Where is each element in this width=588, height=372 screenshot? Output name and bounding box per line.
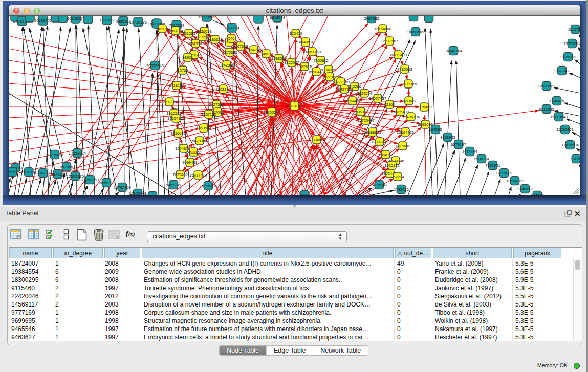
svg-text:1615132: 1615132 <box>384 163 400 168</box>
svg-text:7955812: 7955812 <box>313 58 329 63</box>
svg-text:10719185: 10719185 <box>129 20 147 25</box>
svg-text:15751074: 15751074 <box>563 41 580 46</box>
svg-text:14136141: 14136141 <box>371 183 388 187</box>
svg-text:2935114: 2935114 <box>474 157 489 161</box>
svg-text:12213967: 12213967 <box>381 39 398 43</box>
svg-text:2087682: 2087682 <box>364 16 379 21</box>
svg-text:1493822: 1493822 <box>186 150 201 155</box>
svg-text:164095: 164095 <box>429 127 442 132</box>
svg-text:19654955: 19654955 <box>167 116 185 121</box>
svg-text:9227342: 9227342 <box>554 69 570 73</box>
svg-text:16053809: 16053809 <box>407 30 424 34</box>
svg-text:20206536: 20206536 <box>46 152 63 157</box>
svg-text:9474444: 9474444 <box>462 149 477 154</box>
svg-text:7357274: 7357274 <box>224 26 239 30</box>
svg-text:62160: 62160 <box>384 102 395 107</box>
svg-text:8427552: 8427552 <box>209 102 224 107</box>
svg-text:9115460: 9115460 <box>417 105 432 110</box>
svg-text:116753: 116753 <box>570 157 580 161</box>
svg-text:16640910: 16640910 <box>297 40 314 45</box>
svg-text:98901: 98901 <box>182 55 193 60</box>
svg-text:9146821: 9146821 <box>258 52 274 56</box>
svg-text:2086372: 2086372 <box>353 110 368 114</box>
svg-text:1916687: 1916687 <box>170 131 186 136</box>
svg-text:125419: 125419 <box>289 31 302 36</box>
svg-text:9466102: 9466102 <box>116 19 131 24</box>
svg-text:9457791: 9457791 <box>166 183 181 187</box>
svg-text:114519: 114519 <box>52 172 64 177</box>
svg-text:5678334: 5678334 <box>192 139 207 143</box>
svg-text:16033809: 16033809 <box>198 16 215 19</box>
svg-text:12923448: 12923448 <box>129 191 146 195</box>
svg-text:1353594: 1353594 <box>196 126 211 130</box>
svg-text:10755: 10755 <box>177 68 188 73</box>
svg-text:20053346: 20053346 <box>146 63 164 68</box>
svg-text:1244415: 1244415 <box>549 99 564 103</box>
svg-text:2803144: 2803144 <box>215 87 231 92</box>
svg-text:2718170: 2718170 <box>169 83 184 88</box>
svg-text:1733426: 1733426 <box>394 187 409 192</box>
svg-text:7485063: 7485063 <box>397 67 412 72</box>
svg-text:19384554: 19384554 <box>308 138 325 142</box>
svg-text:1527602: 1527602 <box>99 18 115 23</box>
svg-text:8186323: 8186323 <box>207 37 223 42</box>
svg-text:7625402: 7625402 <box>172 172 188 177</box>
svg-text:20691406: 20691406 <box>34 18 52 23</box>
svg-text:17353924: 17353924 <box>69 151 86 156</box>
svg-text:7075692: 7075692 <box>395 144 410 148</box>
svg-text:18724007: 18724007 <box>286 104 303 108</box>
svg-text:15914479: 15914479 <box>189 173 207 178</box>
svg-text:10782759: 10782759 <box>114 185 131 190</box>
svg-text:8938923: 8938923 <box>440 135 455 140</box>
svg-text:10688609: 10688609 <box>364 130 381 135</box>
svg-text:17957253: 17957253 <box>81 178 99 182</box>
svg-text:15692921: 15692921 <box>556 127 574 132</box>
svg-text:19975857: 19975857 <box>58 165 75 169</box>
svg-text:9463627: 9463627 <box>401 99 417 103</box>
svg-text:16154808: 16154808 <box>374 27 391 31</box>
svg-text:39152: 39152 <box>9 170 18 174</box>
svg-text:16648784: 16648784 <box>445 49 462 53</box>
svg-text:19777169: 19777169 <box>332 80 350 84</box>
svg-text:252214: 252214 <box>391 174 404 179</box>
svg-text:9699695: 9699695 <box>418 122 433 127</box>
svg-text:12093822: 12093822 <box>538 84 555 89</box>
svg-text:3875685: 3875685 <box>222 50 237 55</box>
svg-text:12975115: 12975115 <box>400 82 417 86</box>
svg-text:9245652: 9245652 <box>517 187 533 191</box>
svg-text:10653267: 10653267 <box>67 16 84 21</box>
svg-text:18807249: 18807249 <box>371 140 388 144</box>
svg-text:13654923: 13654923 <box>397 130 414 135</box>
svg-text:1292344: 1292344 <box>297 193 312 195</box>
svg-text:9329966: 9329966 <box>560 55 576 59</box>
svg-text:3984067: 3984067 <box>378 152 393 157</box>
svg-text:13495794: 13495794 <box>402 115 420 119</box>
svg-text:10654122: 10654122 <box>506 179 524 183</box>
svg-text:3624554: 3624554 <box>357 91 372 96</box>
svg-text:16497508: 16497508 <box>336 87 353 92</box>
svg-text:16210643: 16210643 <box>550 115 568 119</box>
svg-text:8471626: 8471626 <box>496 171 512 176</box>
svg-text:10958117: 10958117 <box>98 181 115 185</box>
svg-text:15716485: 15716485 <box>200 184 217 188</box>
svg-text:10607487: 10607487 <box>369 96 386 101</box>
svg-text:15720407: 15720407 <box>357 118 375 123</box>
svg-text:3267130: 3267130 <box>201 112 216 117</box>
svg-text:20364456: 20364456 <box>344 99 361 103</box>
svg-text:924565: 924565 <box>531 193 543 195</box>
svg-text:7632621: 7632621 <box>485 163 500 168</box>
svg-text:9099481: 9099481 <box>182 160 198 165</box>
svg-text:8215955: 8215955 <box>539 107 554 112</box>
svg-text:891295: 891295 <box>182 31 195 36</box>
svg-text:1112757: 1112757 <box>568 27 580 32</box>
svg-text:1362615: 1362615 <box>297 64 312 69</box>
svg-text:16961758: 16961758 <box>303 50 321 54</box>
svg-text:8813054: 8813054 <box>270 16 285 20</box>
svg-text:16543382: 16543382 <box>187 41 204 46</box>
svg-text:12213369: 12213369 <box>161 100 178 104</box>
svg-text:6879197: 6879197 <box>451 142 466 147</box>
svg-text:12942737: 12942737 <box>34 171 52 176</box>
svg-text:17016504: 17016504 <box>561 143 579 147</box>
svg-text:9734028: 9734028 <box>321 68 336 72</box>
svg-text:546: 546 <box>228 36 235 41</box>
